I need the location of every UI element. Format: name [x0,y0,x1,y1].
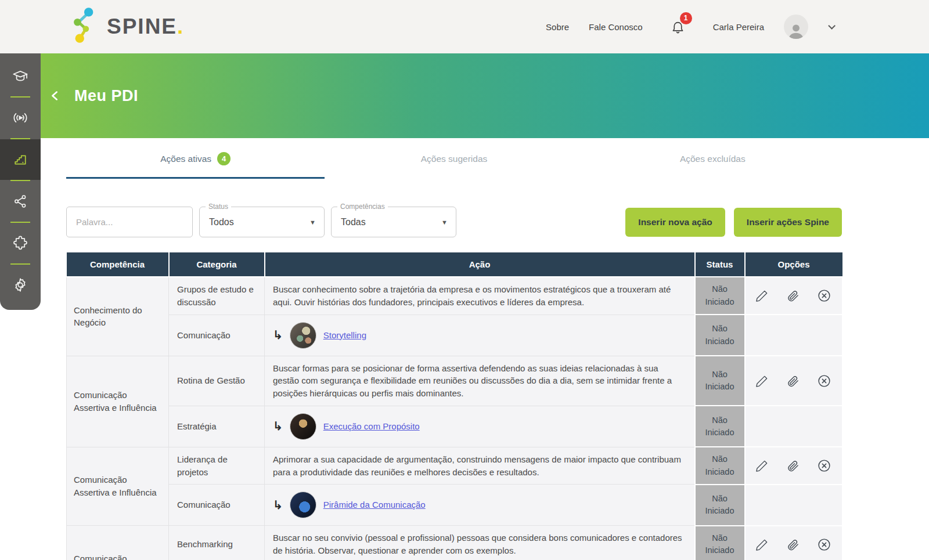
share-icon [13,194,28,209]
content-thumbnail[interactable] [290,322,316,349]
dropdown-arrow-icon: ▼ [441,219,448,226]
sidebar-item-learning[interactable] [0,56,41,96]
tab-acoes-excluidas[interactable]: Ações excluídas [584,143,842,179]
edit-icon[interactable] [755,459,769,472]
sidebar-item-pdi[interactable] [0,139,41,180]
competencias-select[interactable]: Competências Todas ▼ [331,207,456,237]
options-cell [745,447,842,485]
status-badge: Não Iniciado [695,277,745,315]
delete-icon[interactable] [817,374,831,388]
edit-icon[interactable] [755,374,769,388]
tab-acoes-sugeridas[interactable]: Ações sugeridas [325,143,583,179]
options-cell [745,277,842,315]
main-content: Ações ativas 4 Ações sugeridas Ações exc… [0,138,929,560]
categoria-cell: Benchmarking [169,526,265,560]
competencias-select-label: Competências [337,203,388,211]
delete-icon[interactable] [817,288,831,303]
competencias-select-value: Todas [341,217,366,227]
attachment-icon[interactable] [786,538,800,551]
acao-cell: Buscar formas para se posicionar de form… [265,356,695,406]
acao-cell: Buscar conhecimento sobre a trajetória d… [265,277,695,315]
attachment-icon[interactable] [786,459,800,472]
broadcast-icon [12,110,28,126]
nav-link-sobre[interactable]: Sobre [546,22,569,32]
page-banner: Meu PDI [0,53,929,138]
sidebar-item-share[interactable] [0,181,41,222]
table-row: Comunicação Assertiva e Influência Bench… [67,526,842,560]
table-row: Comunicação ↳ Storytelling Não Iniciado [67,315,842,356]
tab-bar: Ações ativas 4 Ações sugeridas Ações exc… [66,143,842,179]
table-row: Comunicação Assertiva e Influência Lider… [67,447,842,485]
delete-icon[interactable] [817,458,831,473]
col-header-opcoes: Opções [745,252,842,277]
chevron-left-icon [49,88,62,103]
col-header-competencia: Competência [67,252,169,277]
chevron-down-icon[interactable] [828,22,836,30]
content-thumbnail[interactable] [290,492,316,518]
brand-name: SPINE. [107,15,184,39]
sub-item-arrow-icon: ↳ [273,497,283,514]
stairs-icon [12,151,28,168]
categoria-cell: Grupos de estudo e discussão [169,277,265,315]
options-cell [745,356,842,406]
tab-label: Ações excluídas [680,154,746,164]
pdi-table: Competência Categoria Ação Status Opções… [66,252,843,560]
table-row: Comunicação Assertiva e Influência Rotin… [67,356,842,406]
status-badge: Não Iniciado [695,356,745,406]
user-name[interactable]: Carla Pereira [713,22,764,32]
sub-item-arrow-icon: ↳ [273,327,283,344]
dropdown-arrow-icon: ▼ [309,219,316,226]
status-select[interactable]: Status Todos ▼ [199,207,325,237]
tab-count-badge: 4 [217,152,231,165]
keyword-input[interactable] [66,207,193,237]
table-row: Conhecimento do Negócio Grupos de estudo… [67,277,842,315]
options-cell [745,526,842,560]
filter-bar: Status Todos ▼ Competências Todas ▼ Inse… [66,207,842,237]
avatar[interactable] [784,15,808,39]
sidebar-item-integrations[interactable] [0,223,41,263]
status-badge: Não Iniciado [695,526,745,560]
action-link[interactable]: Execução com Propósito [323,420,420,433]
acao-cell: ↳ Storytelling [265,315,695,356]
nav-link-fale-conosco[interactable]: Fale Conosco [589,22,643,32]
insert-new-action-button[interactable]: Inserir nova ação [625,208,725,237]
col-header-status: Status [695,252,745,277]
sub-item-arrow-icon: ↳ [273,418,283,435]
back-button[interactable] [49,88,62,103]
tab-label: Ações sugeridas [421,154,488,164]
table-header-row: Competência Categoria Ação Status Opções [67,252,842,277]
categoria-cell: Liderança de projetos [169,447,265,485]
gear-icon [12,277,28,293]
categoria-cell: Estratégia [169,406,265,447]
table-row: Estratégia ↳ Execução com Propósito Não … [67,406,842,447]
acao-cell: Buscar no seu convivio (pessoal e profis… [265,526,695,560]
competencia-cell: Comunicação Assertiva e Influência [67,356,169,447]
notifications-button[interactable]: 1 [671,19,685,35]
attachment-icon[interactable] [786,289,800,302]
puzzle-icon [12,235,28,251]
table-row: Comunicação ↳ Pirâmide da Comunicação Nã… [67,485,842,526]
competencia-cell: Comunicação Assertiva e Influência [67,526,169,560]
action-link[interactable]: Storytelling [323,329,366,342]
tab-acoes-ativas[interactable]: Ações ativas 4 [66,143,325,179]
edit-icon[interactable] [755,289,769,302]
status-badge: Não Iniciado [695,406,745,447]
tab-label: Ações ativas [160,154,211,164]
insert-spine-actions-button[interactable]: Inserir ações Spine [734,208,842,237]
delete-icon[interactable] [817,537,831,552]
status-badge: Não Iniciado [695,315,745,356]
options-cell [745,485,842,526]
spine-logo[interactable]: SPINE. [69,7,184,46]
status-select-label: Status [206,203,231,211]
action-link[interactable]: Pirâmide da Comunicação [323,498,426,511]
col-header-categoria: Categoria [169,252,265,277]
attachment-icon[interactable] [786,374,800,388]
acao-cell: ↳ Execução com Propósito [265,406,695,447]
edit-icon[interactable] [755,538,769,551]
status-badge: Não Iniciado [695,485,745,526]
content-thumbnail[interactable] [290,413,316,440]
status-badge: Não Iniciado [695,447,745,485]
sidebar-item-broadcast[interactable] [0,97,41,138]
sidebar-item-settings[interactable] [0,265,41,305]
acao-cell: ↳ Pirâmide da Comunicação [265,485,695,526]
